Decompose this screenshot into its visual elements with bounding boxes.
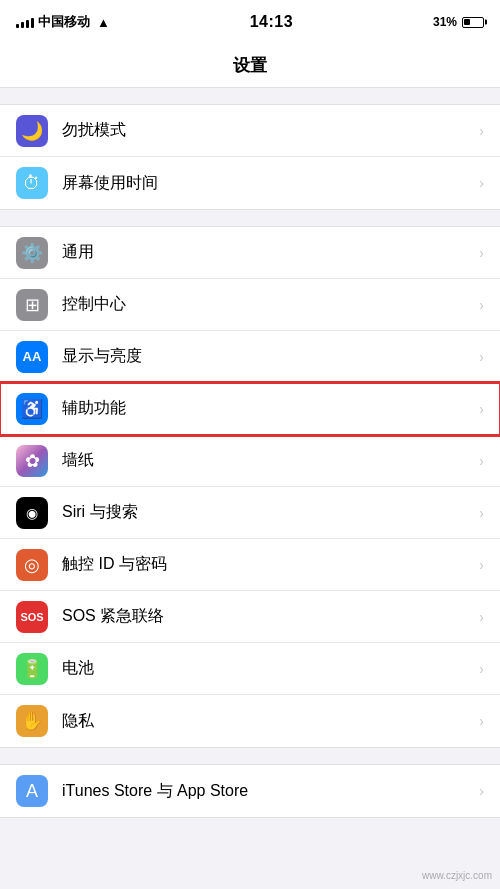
settings-row-battery[interactable]: 🔋电池› xyxy=(0,643,500,695)
icon-screentime: ⏱ xyxy=(16,167,48,199)
page-header: 设置 xyxy=(0,44,500,88)
label-accessibility: 辅助功能 xyxy=(62,398,475,419)
icon-accessibility: ♿ xyxy=(16,393,48,425)
chevron-sos: › xyxy=(479,609,484,625)
battery-percent-label: 31% xyxy=(433,15,457,29)
signal-icon xyxy=(16,16,34,28)
chevron-accessibility: › xyxy=(479,401,484,417)
label-screentime: 屏幕使用时间 xyxy=(62,173,475,194)
status-time: 14:13 xyxy=(250,13,293,31)
settings-row-general[interactable]: ⚙️通用› xyxy=(0,227,500,279)
settings-row-sos[interactable]: SOSSOS 紧急联络› xyxy=(0,591,500,643)
settings-list: 🌙勿扰模式›⏱屏幕使用时间›⚙️通用›⊞控制中心›AA显示与亮度›♿辅助功能›✿… xyxy=(0,88,500,889)
section-group-0: 🌙勿扰模式›⏱屏幕使用时间› xyxy=(0,104,500,210)
settings-row-touchid[interactable]: ◎触控 ID 与密码› xyxy=(0,539,500,591)
icon-siri: ◉ xyxy=(16,497,48,529)
chevron-touchid: › xyxy=(479,557,484,573)
icon-display: AA xyxy=(16,341,48,373)
icon-donotdisturb: 🌙 xyxy=(16,115,48,147)
chevron-screentime: › xyxy=(479,175,484,191)
chevron-itunes: › xyxy=(479,783,484,799)
battery-icon xyxy=(462,17,484,28)
watermark: www.czjxjc.com xyxy=(422,870,492,881)
icon-controlcenter: ⊞ xyxy=(16,289,48,321)
settings-row-privacy[interactable]: ✋隐私› xyxy=(0,695,500,747)
chevron-battery: › xyxy=(479,661,484,677)
settings-row-itunes[interactable]: AiTunes Store 与 App Store› xyxy=(0,765,500,817)
label-siri: Siri 与搜索 xyxy=(62,502,475,523)
chevron-general: › xyxy=(479,245,484,261)
wifi-icon: ▲ xyxy=(97,15,110,30)
settings-row-siri[interactable]: ◉Siri 与搜索› xyxy=(0,487,500,539)
status-bar: 中国移动 ▲ 14:13 31% xyxy=(0,0,500,44)
settings-row-display[interactable]: AA显示与亮度› xyxy=(0,331,500,383)
section-group-1: ⚙️通用›⊞控制中心›AA显示与亮度›♿辅助功能›✿墙纸›◉Siri 与搜索›◎… xyxy=(0,226,500,748)
chevron-siri: › xyxy=(479,505,484,521)
page-title: 设置 xyxy=(233,54,267,77)
settings-row-wallpaper[interactable]: ✿墙纸› xyxy=(0,435,500,487)
icon-wallpaper: ✿ xyxy=(16,445,48,477)
carrier-name: 中国移动 xyxy=(38,13,90,31)
label-general: 通用 xyxy=(62,242,475,263)
status-indicators: 31% xyxy=(433,15,484,29)
label-sos: SOS 紧急联络 xyxy=(62,606,475,627)
icon-itunes: A xyxy=(16,775,48,807)
settings-row-accessibility[interactable]: ♿辅助功能› xyxy=(0,383,500,435)
icon-general: ⚙️ xyxy=(16,237,48,269)
chevron-controlcenter: › xyxy=(479,297,484,313)
settings-row-screentime[interactable]: ⏱屏幕使用时间› xyxy=(0,157,500,209)
label-privacy: 隐私 xyxy=(62,711,475,732)
chevron-privacy: › xyxy=(479,713,484,729)
label-itunes: iTunes Store 与 App Store xyxy=(62,781,475,802)
section-group-2: AiTunes Store 与 App Store› xyxy=(0,764,500,818)
settings-row-donotdisturb[interactable]: 🌙勿扰模式› xyxy=(0,105,500,157)
status-carrier: 中国移动 ▲ xyxy=(16,13,110,31)
label-battery: 电池 xyxy=(62,658,475,679)
icon-battery: 🔋 xyxy=(16,653,48,685)
chevron-donotdisturb: › xyxy=(479,123,484,139)
label-controlcenter: 控制中心 xyxy=(62,294,475,315)
chevron-wallpaper: › xyxy=(479,453,484,469)
settings-row-controlcenter[interactable]: ⊞控制中心› xyxy=(0,279,500,331)
icon-touchid: ◎ xyxy=(16,549,48,581)
icon-privacy: ✋ xyxy=(16,705,48,737)
label-donotdisturb: 勿扰模式 xyxy=(62,120,475,141)
label-wallpaper: 墙纸 xyxy=(62,450,475,471)
label-touchid: 触控 ID 与密码 xyxy=(62,554,475,575)
chevron-display: › xyxy=(479,349,484,365)
label-display: 显示与亮度 xyxy=(62,346,475,367)
icon-sos: SOS xyxy=(16,601,48,633)
